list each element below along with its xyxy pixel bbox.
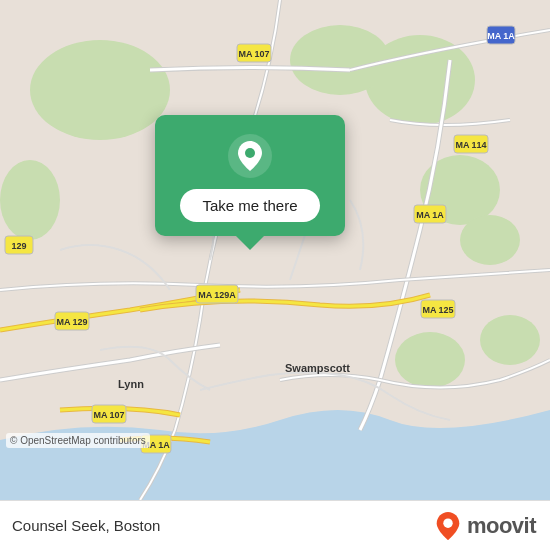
svg-text:Lynn: Lynn <box>118 378 144 390</box>
app-name-label: Counsel Seek, Boston <box>12 517 160 534</box>
map-container: MA 107 MA 129 MA 129A MA 1A MA 114 MA 1A… <box>0 0 550 500</box>
svg-point-6 <box>290 25 390 95</box>
moovit-logo: moovit <box>434 510 536 542</box>
svg-point-33 <box>245 148 255 158</box>
moovit-pin-icon <box>434 510 462 542</box>
svg-point-34 <box>443 518 452 527</box>
svg-text:MA 107: MA 107 <box>93 410 124 420</box>
svg-text:MA 1A: MA 1A <box>487 31 515 41</box>
location-popup: Take me there <box>155 115 345 236</box>
svg-text:MA 1A: MA 1A <box>416 210 444 220</box>
svg-text:MA 107: MA 107 <box>238 49 269 59</box>
svg-text:Swampscott: Swampscott <box>285 362 350 374</box>
svg-text:MA 129A: MA 129A <box>198 290 236 300</box>
bottom-bar: Counsel Seek, Boston moovit <box>0 500 550 550</box>
svg-point-8 <box>480 315 540 365</box>
moovit-brand-label: moovit <box>467 513 536 539</box>
svg-text:MA 114: MA 114 <box>455 140 486 150</box>
svg-point-5 <box>460 215 520 265</box>
location-pin-icon <box>227 133 273 179</box>
svg-point-9 <box>395 332 465 388</box>
svg-point-2 <box>30 40 170 140</box>
map-attribution: © OpenStreetMap contributors <box>6 433 150 448</box>
svg-text:129: 129 <box>11 241 26 251</box>
svg-point-7 <box>0 160 60 240</box>
svg-text:MA 129: MA 129 <box>56 317 87 327</box>
take-me-there-button[interactable]: Take me there <box>180 189 319 222</box>
svg-text:MA 125: MA 125 <box>422 305 453 315</box>
